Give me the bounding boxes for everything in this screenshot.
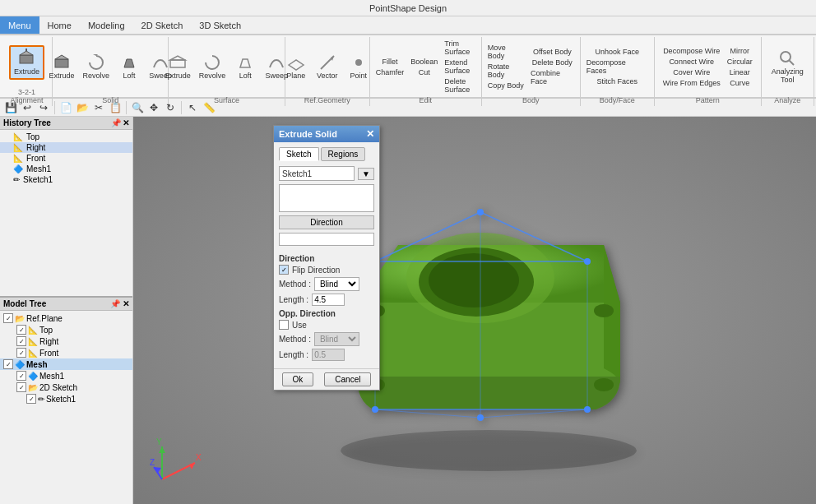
use-checkbox[interactable] <box>279 320 289 330</box>
btn-copy-body[interactable]: Copy Body <box>485 81 526 90</box>
cancel-button[interactable]: Cancel <box>324 372 371 386</box>
btn-extrude-surface[interactable]: Extrude <box>162 51 194 82</box>
btn-chamfer[interactable]: Chamfer <box>373 67 407 77</box>
btn-point[interactable]: Point <box>344 51 373 82</box>
toolbar-btn-7[interactable]: 📋 <box>108 100 123 115</box>
btn-circular[interactable]: Circular <box>725 57 755 67</box>
btn-connect-wire[interactable]: Connect Wire <box>661 57 723 67</box>
btn-delete-body[interactable]: Delete Body <box>528 58 577 67</box>
menu-item-2dsketch[interactable]: 2D Sketch <box>133 16 192 34</box>
history-pin[interactable]: 📌 <box>111 118 121 127</box>
viewport[interactable]: X Y Z Extrude Solid ✕ <box>133 117 816 504</box>
checkbox-refplane[interactable]: ✓ <box>3 313 13 323</box>
btn-fillet[interactable]: Fillet <box>373 57 407 67</box>
model-item-2dsketch[interactable]: ✓ 📂 2D Sketch <box>13 381 132 393</box>
btn-wire-from-edges[interactable]: Wire From Edges <box>661 78 723 88</box>
btn-rotate-body[interactable]: Rotate Body <box>485 62 526 80</box>
svg-marker-6 <box>124 59 134 67</box>
checkbox-2dsketch[interactable]: ✓ <box>16 382 26 392</box>
sketch-dropdown-btn[interactable]: ▼ <box>358 168 374 180</box>
btn-unhook-face[interactable]: Unhook Face <box>584 47 651 57</box>
model-item-sketch1[interactable]: ✓ ✏ Sketch1 <box>23 393 132 405</box>
btn-boolean[interactable]: Boolean <box>408 57 440 67</box>
menu-item-3dsketch[interactable]: 3D Sketch <box>191 16 249 34</box>
menu-item-home[interactable]: Home <box>39 16 80 34</box>
history-close[interactable]: ✕ <box>123 118 129 127</box>
length-input[interactable] <box>312 294 345 306</box>
btn-revolve-surface[interactable]: Revolve <box>196 51 230 82</box>
model-close[interactable]: ✕ <box>123 299 129 308</box>
btn-extrude-alignment[interactable]: Extrude <box>9 45 44 80</box>
svg-line-31 <box>375 409 480 418</box>
btn-stitch-faces[interactable]: Stitch Faces <box>584 76 651 86</box>
menu-item-menu[interactable]: Menu <box>0 16 39 34</box>
btn-move-body[interactable]: Move Body <box>485 43 526 61</box>
toolbar-btn-6[interactable]: ✂ <box>91 100 106 115</box>
toolbar-btn-rotate[interactable]: ↻ <box>163 100 178 115</box>
btn-cut[interactable]: Cut <box>408 67 440 77</box>
model-pin[interactable]: 📌 <box>110 299 120 308</box>
model-item-top[interactable]: ✓ 📐 Top <box>13 324 132 335</box>
toolbar-btn-zoom[interactable]: 🔍 <box>130 100 145 115</box>
checkbox-front[interactable]: ✓ <box>16 348 26 358</box>
history-item-front[interactable]: 📐 Front <box>0 153 132 164</box>
model-item-right[interactable]: ✓ 📐 Right <box>13 335 132 347</box>
checkbox-mesh[interactable]: ✓ <box>3 359 13 369</box>
flip-direction-checkbox[interactable]: ✓ <box>279 265 289 275</box>
toolbar-sep-1 <box>54 101 55 114</box>
checkbox-sketch1[interactable]: ✓ <box>26 394 36 404</box>
btn-delete-surface[interactable]: Delete Surface <box>442 76 477 95</box>
model-item-mesh[interactable]: ✓ 🔷 Mesh <box>0 358 132 370</box>
checkbox-top[interactable]: ✓ <box>16 325 26 335</box>
btn-extend-surface[interactable]: Extend Surface <box>442 58 477 76</box>
btn-analyzing-tool[interactable]: Analyzing Tool <box>765 47 810 86</box>
direction-input[interactable] <box>279 233 374 246</box>
btn-decompose-wire[interactable]: Decompose Wire <box>661 46 723 56</box>
model-item-mesh1[interactable]: ✓ 🔷 Mesh1 <box>13 370 132 381</box>
history-item-sketch1[interactable]: ✏ Sketch1 <box>0 174 132 185</box>
toolbar-btn-4[interactable]: 📄 <box>58 100 73 115</box>
pattern-label: Pattern <box>696 96 720 104</box>
toolbar-btn-measure[interactable]: 📏 <box>202 100 216 115</box>
toolbar-btn-select[interactable]: ↖ <box>185 100 200 115</box>
btn-loft-solid[interactable]: Loft <box>114 51 144 82</box>
sketch-list[interactable] <box>279 184 374 212</box>
btn-extrude-solid[interactable]: Extrude <box>45 51 77 82</box>
btn-cover-wire[interactable]: Cover Wire <box>661 67 723 77</box>
checkbox-right[interactable]: ✓ <box>16 336 26 346</box>
toolbar-btn-1[interactable]: 💾 <box>3 100 18 115</box>
btn-plane[interactable]: Plane <box>281 51 311 82</box>
alignment-buttons: Extrude <box>9 39 44 86</box>
btn-linear[interactable]: Linear <box>725 67 755 77</box>
toolbar-btn-pan[interactable]: ✥ <box>146 100 161 115</box>
history-item-right[interactable]: 📐 Right <box>0 142 132 153</box>
btn-offset-body[interactable]: Offset Body <box>528 47 577 57</box>
history-item-mesh1[interactable]: 🔷 Mesh1 <box>0 164 132 174</box>
btn-loft-surface[interactable]: Loft <box>230 51 260 82</box>
btn-mirror[interactable]: Mirror <box>725 46 755 56</box>
btn-decompose-faces[interactable]: Decompose Faces <box>584 58 651 76</box>
btn-combine-face[interactable]: Combine Face <box>528 68 577 86</box>
direction-button[interactable]: Direction <box>279 215 374 229</box>
tab-regions[interactable]: Regions <box>321 147 366 161</box>
checkbox-mesh1[interactable]: ✓ <box>16 371 26 381</box>
svg-marker-40 <box>189 463 195 469</box>
btn-trim-surface[interactable]: Trim Surface <box>442 39 477 57</box>
model-item-refplane[interactable]: ✓ 📂 Ref.Plane <box>0 312 132 324</box>
toolbar-btn-3[interactable]: ↪ <box>36 100 51 115</box>
btn-curve[interactable]: Curve <box>725 78 755 88</box>
opp-length-input[interactable] <box>312 349 345 361</box>
toolbar-btn-5[interactable]: 📂 <box>75 100 90 115</box>
menu-item-modeling[interactable]: Modeling <box>80 16 133 34</box>
btn-revolve-solid[interactable]: Revolve <box>79 51 113 82</box>
btn-vector[interactable]: Vector <box>313 51 342 82</box>
toolbar-btn-2[interactable]: ↩ <box>20 100 35 115</box>
history-item-top[interactable]: 📐 Top <box>0 132 132 142</box>
dialog-title-bar[interactable]: Extrude Solid ✕ <box>274 126 379 142</box>
tab-sketch[interactable]: Sketch <box>279 147 319 161</box>
dialog-close-button[interactable]: ✕ <box>366 128 374 140</box>
model-item-front[interactable]: ✓ 📐 Front <box>13 347 132 358</box>
opp-method-select[interactable]: Blind Through All <box>314 332 359 346</box>
method-select[interactable]: Blind Through All To Surface <box>314 277 359 291</box>
ok-button[interactable]: Ok <box>282 372 314 386</box>
